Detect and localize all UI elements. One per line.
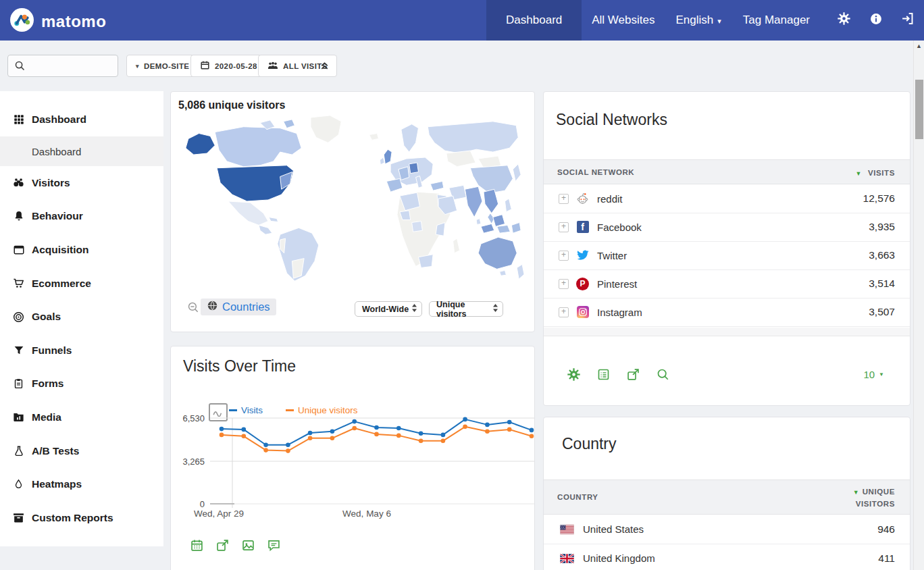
visits-over-time-widget: Visits Over Time Visits Unique visitors … bbox=[170, 346, 535, 570]
annotation-icon[interactable] bbox=[267, 538, 281, 552]
map-region-value: World-Wide bbox=[362, 305, 409, 314]
top-navbar: matomo Dashboard All Websites English▾ T… bbox=[0, 0, 924, 41]
sidebar-item-goals[interactable]: Goals bbox=[0, 300, 163, 334]
export-icon[interactable] bbox=[215, 538, 230, 552]
sidebar-item-visitors[interactable]: Visitors bbox=[0, 166, 163, 200]
search-input[interactable] bbox=[30, 60, 118, 72]
countries-link[interactable]: Countries bbox=[201, 299, 276, 315]
sort-desc-icon: ▼ bbox=[853, 489, 859, 496]
sidebar-item-label: Acquisition bbox=[32, 244, 88, 256]
globe-icon bbox=[207, 300, 218, 314]
countries-link-label: Countries bbox=[222, 301, 270, 313]
country-widget-title: Country bbox=[562, 435, 617, 453]
updown-arrows-icon bbox=[493, 304, 498, 314]
calendar-icon[interactable] bbox=[190, 538, 204, 552]
sidebar-item-label: Behaviour bbox=[32, 210, 83, 222]
column-unique-line2: VISITORS bbox=[856, 500, 895, 508]
partial-row-strip bbox=[544, 328, 910, 336]
search-icon[interactable] bbox=[656, 367, 670, 382]
column-social-network: SOCIAL NETWORK bbox=[557, 168, 634, 176]
row-label: United Kingdom bbox=[583, 552, 655, 564]
table-row-united-kingdom[interactable]: United Kingdom 411 bbox=[544, 544, 910, 570]
table-row-instagram[interactable]: + Instagram 3,507 bbox=[544, 298, 910, 327]
browser-window-icon bbox=[12, 243, 25, 256]
table-row-facebook[interactable]: + f Facebook 3,935 bbox=[544, 213, 910, 242]
nav-language-label: English bbox=[675, 14, 713, 26]
bullseye-icon bbox=[12, 311, 25, 323]
table-view-icon[interactable] bbox=[596, 367, 611, 382]
export-icon[interactable] bbox=[626, 367, 640, 382]
matomo-logo[interactable]: matomo bbox=[9, 7, 106, 35]
world-map[interactable] bbox=[180, 113, 526, 286]
nav-tab-tag-manager[interactable]: Tag Manager bbox=[743, 14, 810, 27]
pinterest-icon: P bbox=[576, 278, 589, 290]
matomo-logo-icon bbox=[9, 7, 34, 35]
help-info-icon[interactable] bbox=[869, 12, 883, 29]
expand-plus-icon[interactable]: + bbox=[559, 251, 569, 261]
row-limit-selector[interactable]: 10 ▼ bbox=[863, 369, 884, 380]
sidebar-item-label: Heatmaps bbox=[32, 478, 82, 490]
sidebar-item-media[interactable]: Media bbox=[0, 400, 163, 434]
sidebar-item-funnels[interactable]: Funnels bbox=[0, 334, 163, 367]
row-value: 3,514 bbox=[869, 278, 895, 290]
site-selector-button[interactable]: ▾ DEMO-SITE bbox=[126, 55, 199, 77]
dashboard-grid-icon bbox=[12, 113, 25, 126]
image-export-icon[interactable] bbox=[241, 538, 255, 552]
search-icon bbox=[14, 60, 26, 72]
expand-plus-icon[interactable]: + bbox=[559, 279, 569, 289]
sidebar-item-heatmaps[interactable]: Heatmaps bbox=[0, 467, 163, 501]
table-row-reddit[interactable]: + reddit 12,576 bbox=[544, 184, 910, 213]
sign-in-icon[interactable] bbox=[900, 11, 915, 29]
sort-desc-icon: ▼ bbox=[856, 170, 862, 177]
scrollbar-thumb[interactable] bbox=[915, 80, 923, 139]
nav-tab-dashboard[interactable]: Dashboard bbox=[486, 0, 582, 41]
collapse-chevrons-icon[interactable] bbox=[319, 59, 330, 74]
vertical-scrollbar[interactable]: ▲ bbox=[913, 41, 924, 570]
us-flag-icon bbox=[560, 525, 574, 534]
map-widget-title: 5,086 unique visitors bbox=[178, 99, 285, 111]
map-region-select[interactable]: World-Wide bbox=[355, 301, 422, 317]
bell-icon bbox=[12, 210, 25, 223]
table-row-united-states[interactable]: United States 946 bbox=[544, 515, 910, 544]
social-networks-widget: Social Networks SOCIAL NETWORK ▼ VISITS … bbox=[543, 91, 910, 406]
country-widget: Country COUNTRY ▼UNIQUE VISITORS bbox=[543, 417, 910, 570]
scroll-up-arrow-icon[interactable]: ▲ bbox=[914, 43, 924, 49]
table-row-pinterest[interactable]: + P Pinterest 3,514 bbox=[544, 269, 910, 299]
sidebar-item-custom-reports[interactable]: Custom Reports bbox=[0, 501, 163, 535]
gear-icon[interactable] bbox=[567, 367, 581, 382]
date-range-button[interactable]: 2020-05-28 bbox=[190, 55, 267, 77]
sidebar-item-behaviour[interactable]: Behaviour bbox=[0, 200, 163, 234]
row-label: United States bbox=[583, 523, 644, 535]
row-value: 12,576 bbox=[863, 192, 895, 205]
sidebar-item-ab-tests[interactable]: A/B Tests bbox=[0, 434, 163, 468]
expand-plus-icon[interactable]: + bbox=[559, 307, 569, 317]
left-sidebar: Dashboard Dashboard Visitors Beha bbox=[0, 91, 163, 546]
expand-plus-icon[interactable]: + bbox=[559, 222, 569, 232]
country-table-header: COUNTRY ▼UNIQUE VISITORS bbox=[544, 480, 910, 515]
sidebar-subitem-dashboard-active[interactable]: Dashboard bbox=[0, 136, 163, 166]
column-unique-visitors-sort[interactable]: ▼UNIQUE VISITORS bbox=[853, 486, 895, 509]
settings-gear-icon[interactable] bbox=[837, 11, 851, 29]
nav-tab-all-websites[interactable]: All Websites bbox=[592, 14, 654, 27]
caret-down-icon: ▾ bbox=[136, 63, 139, 70]
column-unique-line1: UNIQUE bbox=[863, 488, 895, 496]
calendar-icon bbox=[200, 60, 210, 72]
expand-plus-icon[interactable]: + bbox=[559, 194, 569, 204]
sidebar-item-label: Goals bbox=[32, 311, 61, 323]
map-metric-select[interactable]: Unique visitors bbox=[429, 301, 503, 317]
chart-footer-icons bbox=[190, 538, 281, 552]
sidebar-item-label: Funnels bbox=[32, 344, 72, 357]
column-visits-label: VISITS bbox=[868, 169, 895, 177]
sidebar-item-acquisition[interactable]: Acquisition bbox=[0, 233, 163, 267]
row-value: 411 bbox=[878, 552, 895, 565]
sidebar-item-dashboard[interactable]: Dashboard bbox=[0, 103, 163, 136]
column-visits-sort[interactable]: ▼ VISITS bbox=[856, 166, 895, 178]
row-label: Instagram bbox=[597, 307, 642, 318]
social-widget-title: Social Networks bbox=[556, 111, 667, 129]
nav-language-dropdown[interactable]: English▾ bbox=[675, 14, 721, 27]
sidebar-item-ecommerce[interactable]: Ecommerce bbox=[0, 267, 163, 301]
sidebar-item-forms[interactable]: Forms bbox=[0, 367, 163, 401]
visits-chart-svg bbox=[171, 407, 536, 525]
table-row-twitter[interactable]: + Twitter 3,663 bbox=[544, 241, 910, 270]
zoom-out-icon[interactable] bbox=[187, 301, 200, 317]
